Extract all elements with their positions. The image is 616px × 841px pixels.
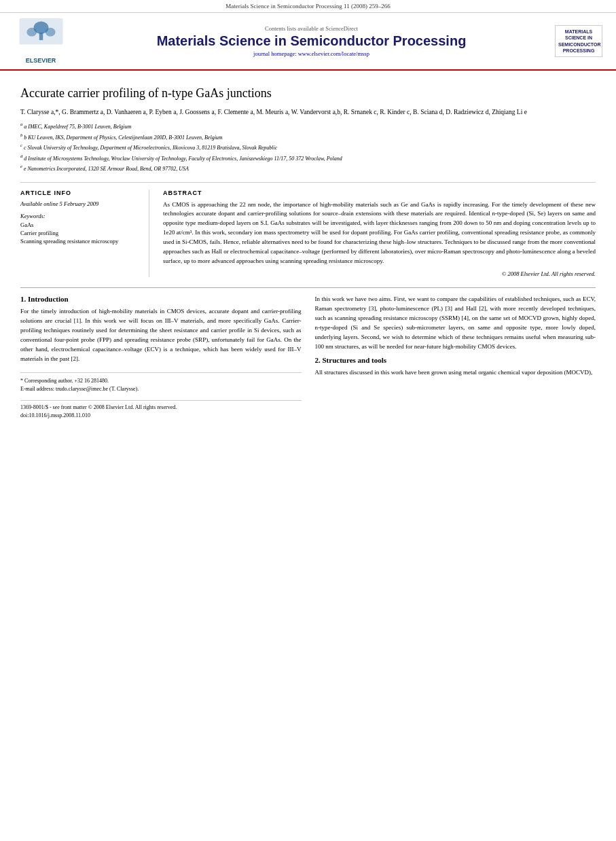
svg-rect-2 bbox=[39, 33, 43, 40]
sciencedirect-note: Contents lists available at ScienceDirec… bbox=[75, 25, 548, 32]
keyword-gaas: GaAs bbox=[20, 221, 139, 228]
section1-right-para: In this work we have two aims. First, we… bbox=[315, 295, 596, 352]
authors: T. Clarysse a,*, G. Brammertz a, D. Vanh… bbox=[20, 107, 596, 117]
svg-point-3 bbox=[26, 28, 37, 37]
doi-text: doi:10.1016/j.mssp.2008.11.010 bbox=[20, 412, 302, 420]
section1-para: For the timely introduction of high-mobi… bbox=[20, 307, 302, 364]
homepage-link[interactable]: www.elsevier.com/locate/mssp bbox=[298, 50, 369, 57]
affiliation-d: d d Institute of Microsystems Technology… bbox=[20, 153, 596, 163]
body-right: In this work we have two aims. First, we… bbox=[315, 295, 596, 420]
section2-para: All structures discussed in this work ha… bbox=[315, 368, 596, 378]
keywords-label: Keywords: bbox=[20, 213, 139, 219]
body-two-col: 1. Introduction For the timely introduct… bbox=[20, 295, 596, 420]
affiliations: a a IMEC, Kapeldreef 75, B-3001 Leuven, … bbox=[20, 121, 596, 173]
affiliation-a: a a IMEC, Kapeldreef 75, B-3001 Leuven, … bbox=[20, 121, 596, 131]
section1-heading: 1. Introduction bbox=[20, 295, 302, 303]
article-info-panel: ARTICLE INFO Available online 5 February… bbox=[20, 190, 149, 278]
journal-homepage: journal homepage: www.elsevier.com/locat… bbox=[75, 50, 548, 57]
affiliation-c: c c Slovak University of Technology, Dep… bbox=[20, 142, 596, 152]
copyright: © 2008 Elsevier Ltd. All rights reserved… bbox=[163, 270, 596, 277]
keyword-carrier-profiling: Carrier profiling bbox=[20, 230, 139, 236]
section2-heading: 2. Structures and tools bbox=[315, 356, 596, 364]
issn-text: 1369-8001/$ - see front matter © 2008 El… bbox=[20, 404, 302, 412]
affiliation-e: e e Nanometrics Incorporated, 1320 SE Ar… bbox=[20, 163, 596, 173]
corresponding-author: * Corresponding author. +32 16 281480. bbox=[20, 377, 302, 385]
journal-header: ELSEVIER Contents lists available at Sci… bbox=[0, 13, 616, 71]
article-info-label: ARTICLE INFO bbox=[20, 190, 139, 196]
article-title: Accurate carrier profiling of n-type GaA… bbox=[20, 86, 596, 101]
body-section: 1. Introduction For the timely introduct… bbox=[20, 287, 596, 420]
main-content: Accurate carrier profiling of n-type GaA… bbox=[0, 71, 616, 430]
journal-logo-badge: MATERIALSSCIENCE INSEMICONDUCTORPROCESSI… bbox=[555, 25, 602, 56]
available-online: Available online 5 February 2009 bbox=[20, 200, 139, 207]
journal-title: Materials Science in Semiconductor Proce… bbox=[75, 33, 548, 49]
svg-point-4 bbox=[45, 28, 55, 37]
bottom-bar: 1369-8001/$ - see front matter © 2008 El… bbox=[20, 400, 302, 420]
email-footnote: E-mail address: trudo.clarysse@imec.be (… bbox=[20, 385, 302, 393]
keyword-ssrm: Scanning spreading resistance microscopy bbox=[20, 238, 139, 245]
body-left: 1. Introduction For the timely introduct… bbox=[20, 295, 302, 420]
abstract-panel: ABSTRACT As CMOS is approaching the 22 n… bbox=[163, 190, 596, 278]
article-info-abstract: ARTICLE INFO Available online 5 February… bbox=[20, 182, 596, 278]
affiliation-b: b b KU Leuven, IKS, Department of Physic… bbox=[20, 132, 596, 142]
top-bar: Materials Science in Semiconductor Proce… bbox=[0, 0, 616, 13]
footnote-block: * Corresponding author. +32 16 281480. E… bbox=[20, 372, 302, 393]
abstract-text: As CMOS is approaching the 22 nm node, t… bbox=[163, 200, 596, 267]
elsevier-logo: ELSEVIER bbox=[14, 18, 68, 64]
journal-center-block: Contents lists available at ScienceDirec… bbox=[75, 25, 548, 57]
abstract-label: ABSTRACT bbox=[163, 190, 596, 196]
